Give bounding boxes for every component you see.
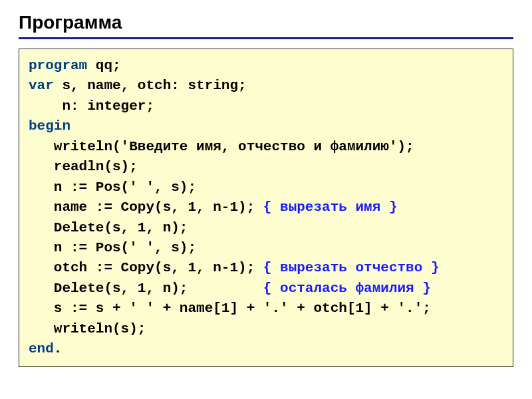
- code-text: n := Pos(' ', s);: [29, 180, 196, 195]
- code-text: .: [54, 341, 63, 356]
- code-line-3: n: integer;: [29, 96, 503, 116]
- code-line-12: Delete(s, 1, n); { осталась фамилия }: [29, 279, 503, 299]
- code-line-2: var s, name, otch: string;: [29, 76, 503, 96]
- code-line-7: n := Pos(' ', s);: [29, 178, 503, 198]
- code-text: readln(s);: [29, 159, 138, 174]
- page-container: Программа program qq;var s, name, otch: …: [0, 0, 532, 379]
- code-text: writeln('Введите имя, отчество и фамилию…: [29, 139, 414, 154]
- page-title: Программа: [19, 12, 513, 33]
- code-line-5: writeln('Введите имя, отчество и фамилию…: [29, 137, 503, 157]
- code-line-14: writeln(s);: [29, 319, 503, 339]
- code-text: s, name, otch: string;: [54, 78, 247, 93]
- code-line-4: begin: [29, 116, 503, 136]
- code-text: writeln(s);: [29, 321, 146, 336]
- code-line-11: otch := Copy(s, 1, n-1); { вырезать отче…: [29, 258, 503, 278]
- code-line-9: Delete(s, 1, n);: [29, 218, 503, 238]
- code-text: qq;: [87, 58, 120, 73]
- keyword-end: end: [29, 341, 54, 356]
- code-line-10: n := Pos(' ', s);: [29, 238, 503, 258]
- keyword-begin: begin: [29, 118, 70, 134]
- code-line-8: name := Copy(s, 1, n-1); { вырезать имя …: [29, 198, 503, 217]
- title-underline: [19, 37, 513, 39]
- code-text: Delete(s, 1, n);: [29, 281, 263, 296]
- code-text: n := Pos(' ', s);: [29, 240, 196, 255]
- keyword-var: var: [29, 78, 54, 93]
- keyword-program: program: [29, 58, 87, 73]
- comment: { осталась фамилия }: [263, 281, 431, 296]
- code-line-15: end.: [29, 339, 503, 359]
- code-text: n: integer;: [29, 98, 154, 114]
- code-block: program qq;var s, name, otch: string; n:…: [19, 49, 513, 367]
- code-text: otch := Copy(s, 1, n-1);: [29, 260, 263, 275]
- code-line-1: program qq;: [29, 56, 503, 76]
- comment: { вырезать имя }: [263, 200, 398, 215]
- code-text: Delete(s, 1, n);: [29, 220, 188, 235]
- code-text: s := s + ' ' + name[1] + '.' + otch[1] +…: [29, 301, 431, 316]
- code-line-13: s := s + ' ' + name[1] + '.' + otch[1] +…: [29, 299, 503, 319]
- code-line-6: readln(s);: [29, 157, 503, 177]
- comment: { вырезать отчество }: [263, 260, 440, 275]
- code-text: name := Copy(s, 1, n-1);: [29, 200, 263, 215]
